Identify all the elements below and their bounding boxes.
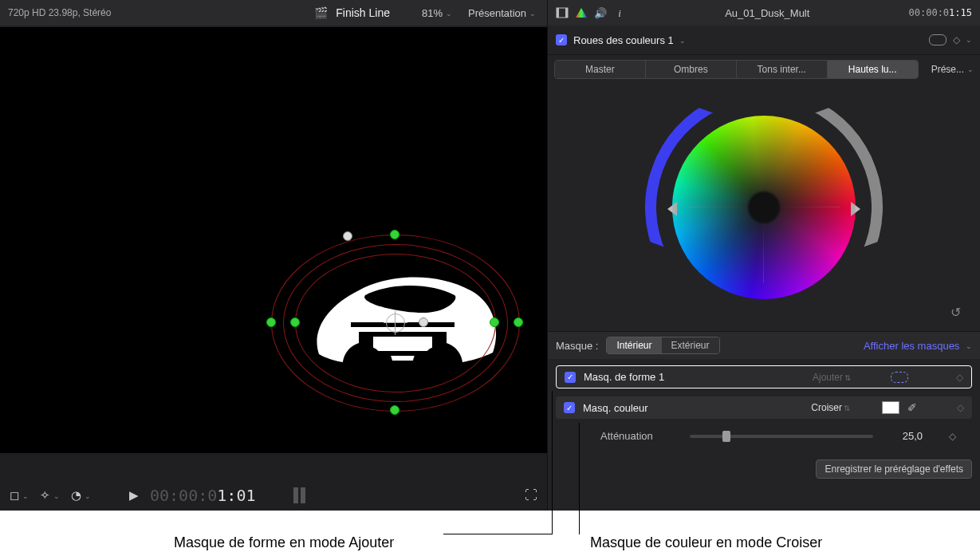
save-effect-preset-button[interactable]: Enregistrer le préréglage d'effets <box>816 459 972 479</box>
mask-mode-label: Ajouter <box>813 372 843 383</box>
mask-handle-right[interactable] <box>514 317 523 327</box>
mask-label: Masque : <box>556 340 598 352</box>
mask-center-handle[interactable] <box>386 314 405 333</box>
mask-handle-inner-right[interactable] <box>490 317 499 327</box>
tc-dim: 00:00:0 <box>150 486 217 505</box>
clip-name: Au_01_Dusk_Mult <box>634 7 901 19</box>
reset-button[interactable]: ↺ <box>950 305 961 320</box>
effect-enable-checkbox[interactable]: ✓ <box>556 34 567 45</box>
preset-menu[interactable]: Prése...⌄ <box>925 61 980 78</box>
mask-handle-top[interactable] <box>390 230 399 239</box>
callout-line <box>443 534 553 534</box>
mask-enable-checkbox[interactable]: ✓ <box>564 402 575 413</box>
format-label: 720p HD 23.98p, Stéréo <box>8 7 111 18</box>
show-masks-link[interactable]: Afficher les masques ⌄ <box>864 340 972 352</box>
eyedropper-icon[interactable]: ✐ <box>907 401 917 414</box>
attenuation-value[interactable]: 25,0 <box>883 430 923 442</box>
tab-shadows[interactable]: Ombres <box>646 61 737 78</box>
keyframe-button[interactable]: ◇ <box>956 372 963 383</box>
effect-name-menu[interactable]: Roues des couleurs 1 ⌄ <box>573 34 686 46</box>
color-swatch[interactable] <box>882 401 899 414</box>
chevron-down-icon: ⌄ <box>966 342 972 350</box>
svg-marker-3 <box>576 8 587 18</box>
wheel-right-nudge[interactable] <box>851 202 860 216</box>
keyframe-button[interactable]: ◇ <box>932 431 956 442</box>
svg-rect-1 <box>557 8 559 18</box>
play-button[interactable]: ▶ <box>129 488 139 503</box>
chevron-down-icon: ⌄ <box>679 37 686 45</box>
zoom-menu[interactable]: 81%⌄ <box>422 7 452 19</box>
viewer-strip <box>0 453 547 480</box>
zoom-value: 81% <box>422 7 443 19</box>
view-menu-label: Présentation <box>468 7 526 19</box>
keyframe-button[interactable]: ◇ <box>957 402 964 413</box>
wheel-left-nudge[interactable] <box>667 202 677 216</box>
speaker-icon[interactable]: 🔊 <box>594 7 607 18</box>
attenuation-slider[interactable] <box>690 435 873 438</box>
view-menu[interactable]: Présentation⌄ <box>468 7 536 19</box>
mask-name: Masq. de forme 1 <box>584 371 695 383</box>
mask-name: Masq. couleur <box>583 402 695 414</box>
svg-rect-2 <box>565 8 568 18</box>
tab-highlights[interactable]: Hautes lu... <box>828 61 918 78</box>
viewer-timecode[interactable]: 00:00:01:01 <box>150 486 255 505</box>
info-icon[interactable]: i <box>613 7 626 18</box>
enhance-menu[interactable]: ✧⌄ <box>40 488 60 503</box>
tc-dim: 00:00:0 <box>909 7 950 18</box>
clapper-icon: 🎬 <box>314 6 328 19</box>
retime-menu[interactable]: ◔⌄ <box>71 488 91 503</box>
mask-shape-icon[interactable] <box>929 34 947 45</box>
mask-handle-bottom[interactable] <box>390 405 399 415</box>
wheel-crosshair <box>672 116 856 299</box>
audio-meter <box>293 487 305 503</box>
preset-label: Prése... <box>931 64 964 75</box>
shape-mask-overlay[interactable] <box>271 235 518 410</box>
keyframe-menu[interactable]: ◇ ⌄ <box>953 34 972 45</box>
mask-enable-checkbox[interactable]: ✓ <box>565 372 576 383</box>
wheel-center-handle[interactable] <box>758 202 769 213</box>
color-wheel-area: ↺ <box>548 84 980 331</box>
mask-mode-menu[interactable]: Ajouter⇅ <box>795 372 851 383</box>
color-inspector: ✓ Roues des couleurs 1 ⌄ ◇ ⌄ Master Ombr… <box>547 26 980 511</box>
fullscreen-button[interactable]: ⛶ <box>525 488 537 503</box>
seg-outside[interactable]: Extérieur <box>662 337 719 353</box>
prism-icon[interactable] <box>575 7 588 18</box>
show-masks-label: Afficher les masques <box>864 340 959 352</box>
mask-row-color[interactable]: ✓ Masq. couleur Croiser⇅ ✐ ◇ <box>556 396 972 419</box>
attenuation-row: Atténuation 25,0 ◇ <box>556 427 972 445</box>
effect-name: Roues des couleurs 1 <box>573 34 674 46</box>
mask-mode-menu[interactable]: Croiser⇅ <box>794 402 850 413</box>
callout-color-mask: Masque de couleur en mode Croiser <box>590 534 822 551</box>
mask-mode-label: Croiser <box>811 402 842 413</box>
mask-side-segment[interactable]: Intérieur Extérieur <box>606 337 719 354</box>
slider-thumb[interactable] <box>722 431 730 442</box>
mask-curve-handle[interactable] <box>419 317 428 327</box>
chevron-down-icon: ⌄ <box>967 65 974 73</box>
transform-menu[interactable]: ◻⌄ <box>10 488 29 503</box>
callout-line <box>552 391 553 534</box>
mask-row-shape[interactable]: ✓ Masq. de forme 1 Ajouter⇅ ◇ <box>556 365 972 388</box>
viewer-title[interactable]: Finish Line <box>336 6 390 19</box>
mask-handle-left[interactable] <box>266 317 276 327</box>
film-icon[interactable] <box>556 7 569 18</box>
callout-shape-mask: Masque de forme en mode Ajouter <box>174 534 394 551</box>
tab-midtones[interactable]: Tons inter... <box>737 61 828 78</box>
inspector-timecode: 00:00:01:15 <box>909 7 972 18</box>
annotation-layer: Masque de forme en mode Ajouter Masque d… <box>0 511 980 560</box>
viewer-canvas[interactable] <box>0 27 547 453</box>
tc-bright: 1:15 <box>949 7 972 18</box>
chevron-down-icon: ⌄ <box>446 10 452 18</box>
callout-line <box>579 423 580 534</box>
color-wheel[interactable] <box>672 116 856 299</box>
chevron-down-icon: ⌄ <box>529 10 536 18</box>
mask-rotate-handle[interactable] <box>343 231 352 241</box>
tab-master[interactable]: Master <box>555 61 646 78</box>
tc-bright: 1:01 <box>217 486 255 505</box>
ellipse-dashed-icon[interactable] <box>891 372 908 383</box>
attenuation-label: Atténuation <box>600 430 680 442</box>
viewer: ◻⌄ ✧⌄ ◔⌄ ▶ 00:00:01:01 ⛶ <box>0 26 547 511</box>
seg-inside[interactable]: Intérieur <box>607 337 661 353</box>
mask-handle-inner-left[interactable] <box>290 317 300 327</box>
